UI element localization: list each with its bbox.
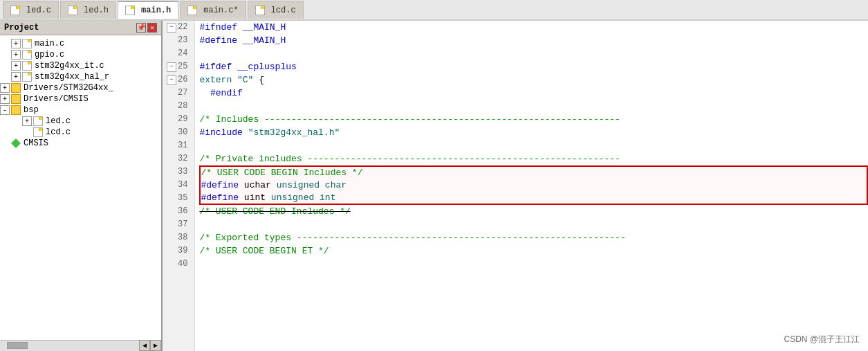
code-text-38: /* Exported types ----------------------… bbox=[199, 231, 625, 244]
code-part: #define bbox=[201, 192, 243, 203]
tree-item-stm32-it[interactable]: +stm32g4xx_it.c bbox=[0, 60, 161, 71]
code-part: unsigned char bbox=[277, 180, 347, 190]
panel-close-btn[interactable]: ✕ bbox=[147, 23, 157, 33]
tree-label-led-c: led.c bbox=[46, 116, 71, 126]
code-part: "stm32g4xx_hal.h" bbox=[248, 127, 340, 138]
line-number-text-30: 30 bbox=[178, 126, 187, 139]
line-num-40: 40 bbox=[167, 258, 190, 271]
tab-led-h[interactable]: led.h bbox=[60, 1, 116, 19]
line-number-text-24: 24 bbox=[178, 47, 187, 60]
tab-main-c[interactable]: main.c* bbox=[180, 1, 246, 19]
code-part: "C" bbox=[237, 75, 253, 85]
tab-icon-main-h bbox=[125, 6, 135, 15]
tree-item-main-c[interactable]: +main.c bbox=[0, 38, 161, 49]
line-num-25: −25 bbox=[167, 60, 190, 73]
line-number-text-40: 40 bbox=[178, 258, 187, 271]
tree-item-gpio-c[interactable]: +gpio.c bbox=[0, 49, 161, 60]
line-number-text-22: 22 bbox=[178, 21, 187, 34]
line-number-text-27: 27 bbox=[178, 87, 187, 100]
tree-expander-stm32-it[interactable]: + bbox=[11, 61, 21, 71]
tab-label-led-h: led.h bbox=[84, 6, 109, 15]
line-number-text-23: 23 bbox=[178, 34, 187, 47]
file-icon-main-c bbox=[22, 39, 32, 48]
line-number-text-31: 31 bbox=[178, 139, 187, 152]
code-line-26: extern "C" { bbox=[199, 73, 868, 87]
code-part: extern bbox=[199, 75, 237, 85]
line-num-30: 30 bbox=[167, 126, 190, 139]
scroll-right[interactable]: ▶ bbox=[150, 340, 161, 351]
code-part: ----------------------------------------… bbox=[264, 114, 620, 125]
tree-expander-main-c[interactable]: + bbox=[11, 39, 21, 48]
code-text-36: /* USER CODE END Includes */ bbox=[199, 205, 350, 218]
panel-pin-btn[interactable]: 📌 bbox=[136, 23, 146, 33]
code-text-23: #define __MAIN_H bbox=[199, 34, 286, 47]
scroll-left[interactable]: ◀ bbox=[139, 340, 150, 351]
collapse-marker-26[interactable]: − bbox=[167, 75, 176, 85]
line-numbers: −222324−25−26272829303132333435363738394… bbox=[163, 21, 195, 351]
tree-item-lcd-c[interactable]: lcd.c bbox=[0, 127, 161, 138]
tree-label-main-c: main.c bbox=[35, 39, 64, 48]
code-part: #ifdef __cplusplus bbox=[199, 62, 296, 72]
tree-expander-led-c[interactable]: + bbox=[22, 116, 32, 126]
tree-item-stm32-hal[interactable]: +stm32g4xx_hal_r bbox=[0, 71, 161, 82]
line-number-text-38: 38 bbox=[178, 231, 187, 244]
collapse-marker-22[interactable]: − bbox=[167, 23, 176, 33]
tree-expander-stm32-hal[interactable]: + bbox=[11, 72, 21, 82]
line-number-text-25: 25 bbox=[178, 60, 187, 73]
tab-lcd-c[interactable]: lcd.c bbox=[248, 1, 304, 19]
tab-label-lcd-c: lcd.c bbox=[271, 6, 296, 15]
line-num-27: 27 bbox=[167, 87, 190, 100]
tree-expander-bsp[interactable]: - bbox=[0, 105, 10, 115]
code-part: /* USER CODE BEGIN ET */ bbox=[199, 246, 329, 256]
code-text-33: /* USER CODE BEGIN Includes */ bbox=[201, 166, 362, 179]
code-line-29: /* Includes ----------------------------… bbox=[199, 113, 868, 126]
tab-icon-main-c bbox=[187, 6, 197, 15]
tree-expander-drivers-stm32[interactable]: + bbox=[0, 83, 10, 93]
code-part: #define bbox=[201, 180, 243, 190]
code-text-34: #define uchar unsigned char bbox=[201, 179, 347, 192]
tree-label-stm32-it: stm32g4xx_it.c bbox=[35, 61, 104, 71]
tree-label-lcd-c: lcd.c bbox=[46, 127, 71, 137]
code-line-24 bbox=[199, 47, 868, 60]
tree-item-led-c[interactable]: +led.c bbox=[0, 116, 161, 127]
line-num-24: 24 bbox=[167, 47, 190, 60]
tree-item-cmsis[interactable]: CMSIS bbox=[0, 138, 161, 149]
tab-label-main-h: main.h bbox=[141, 6, 171, 15]
code-part: uchar bbox=[244, 180, 277, 190]
code-line-39: /* USER CODE BEGIN ET */ bbox=[199, 244, 868, 258]
line-number-text-39: 39 bbox=[178, 244, 187, 258]
tab-main-h[interactable]: main.h bbox=[118, 1, 178, 19]
line-num-35: 35 bbox=[167, 192, 190, 205]
line-num-29: 29 bbox=[167, 113, 190, 126]
tree-expander-drivers-cmsis[interactable]: + bbox=[0, 94, 10, 104]
code-text-35: #define uint unsigned int bbox=[201, 191, 335, 204]
code-part: uint bbox=[244, 192, 271, 203]
code-line-27: #endif bbox=[199, 87, 868, 100]
tree-expander-gpio-c[interactable]: + bbox=[11, 50, 21, 60]
tree-item-drivers-stm32[interactable]: +Drivers/STM32G4xx_ bbox=[0, 82, 161, 93]
tab-label-led-c: led.c bbox=[26, 6, 51, 15]
line-number-text-28: 28 bbox=[178, 100, 187, 113]
code-part: /* Includes bbox=[199, 114, 264, 125]
tree-item-drivers-cmsis[interactable]: +Drivers/CMSIS bbox=[0, 93, 161, 105]
tab-led-c[interactable]: led.c bbox=[3, 1, 59, 19]
file-icon-stm32-hal bbox=[22, 72, 32, 82]
line-num-36: 36 bbox=[167, 205, 190, 218]
code-line-35: #define uint unsigned int bbox=[199, 192, 868, 205]
code-line-31 bbox=[199, 139, 868, 152]
code-part: /* Exported types bbox=[199, 233, 296, 243]
line-number-text-35: 35 bbox=[178, 192, 187, 205]
line-num-26: −26 bbox=[167, 73, 190, 87]
tree-item-bsp[interactable]: -bsp bbox=[0, 105, 161, 116]
collapse-marker-25[interactable]: − bbox=[167, 62, 176, 72]
line-number-text-37: 37 bbox=[178, 218, 187, 231]
code-lines: #ifndef __MAIN_H#define __MAIN_H#ifdef _… bbox=[195, 21, 868, 351]
tree-label-gpio-c: gpio.c bbox=[35, 50, 64, 60]
code-text-22: #ifndef __MAIN_H bbox=[199, 21, 286, 34]
line-num-34: 34 bbox=[167, 179, 190, 192]
tab-icon-lcd-c bbox=[255, 6, 265, 15]
code-part: #include bbox=[199, 127, 248, 138]
code-text-29: /* Includes ----------------------------… bbox=[199, 113, 620, 126]
code-line-32: /* Private includes --------------------… bbox=[199, 152, 868, 165]
line-number-text-34: 34 bbox=[178, 179, 187, 192]
